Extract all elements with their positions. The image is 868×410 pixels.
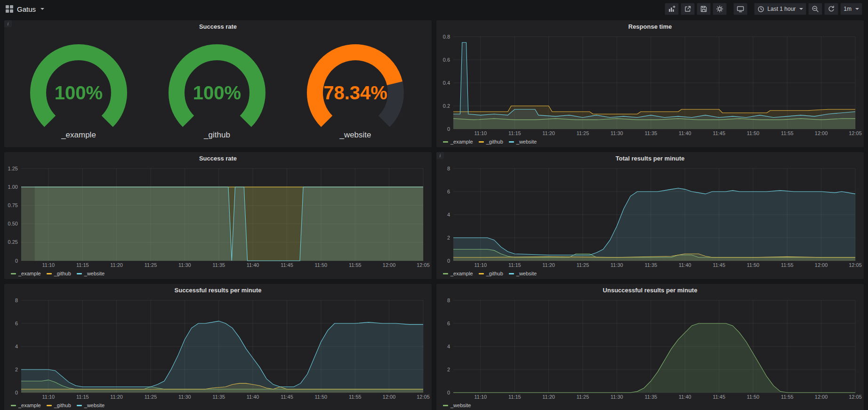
x-tick-label: 12:00	[383, 262, 396, 268]
x-tick-label: 11:55	[781, 262, 794, 268]
panel-response-time: Response time 00.20.40.60.811:1011:1511:…	[436, 20, 864, 148]
gear-icon	[716, 5, 723, 13]
y-tick-label: 8	[15, 297, 18, 303]
add-panel-button[interactable]	[665, 3, 679, 15]
series-fill-_website	[453, 323, 855, 393]
legend-item-_example[interactable]: _example	[11, 402, 41, 408]
legend-item-_github[interactable]: _github	[47, 402, 71, 408]
x-tick-label: 12:05	[849, 394, 862, 400]
legend-swatch	[47, 405, 52, 406]
legend-label: _github	[486, 271, 503, 276]
refresh-interval-label: 1m	[844, 6, 852, 12]
response-time-chart[interactable]: 00.20.40.60.811:1011:1511:2011:2511:3011…	[438, 33, 860, 137]
panel-info-icon[interactable]: i	[436, 152, 444, 159]
dashboard-title[interactable]: Gatus	[17, 5, 36, 13]
dashboard-settings-button[interactable]	[713, 3, 727, 15]
chevron-down-icon	[799, 8, 803, 10]
chart-legend: _example_github_website	[438, 137, 860, 146]
panel-title[interactable]: Unsuccessful results per minute	[436, 284, 864, 297]
x-tick-label: 11:30	[611, 262, 623, 268]
x-tick-label: 11:25	[145, 394, 157, 400]
monitor-icon	[737, 5, 744, 13]
legend-item-_website[interactable]: _website	[443, 402, 471, 408]
chart-plot[interactable]: 0246811:1011:1511:2011:2511:3011:3511:40…	[6, 297, 428, 401]
x-tick-label: 12:05	[417, 394, 430, 400]
success-rate-chart[interactable]: 00.250.500.751.001.2511:1011:1511:2011:2…	[6, 165, 428, 269]
x-tick-label: 11:20	[110, 394, 123, 400]
refresh-button[interactable]	[824, 3, 838, 15]
y-tick-label: 4	[447, 344, 450, 349]
total-results-chart[interactable]: 0246811:1011:1511:2011:2511:3011:3511:40…	[438, 165, 860, 269]
panel-success-rate-graph: Success rate 00.250.500.751.001.2511:101…	[4, 152, 432, 280]
legend-item-_website[interactable]: _website	[509, 271, 537, 276]
panel-title[interactable]: Total results per minute	[436, 152, 864, 165]
x-tick-label: 11:35	[212, 394, 225, 400]
chart-legend: _example_github_website	[6, 401, 428, 410]
gauge-title: _website	[339, 130, 371, 140]
legend-item-_example[interactable]: _example	[443, 139, 473, 145]
x-tick-label: 12:00	[815, 262, 828, 268]
legend-item-_github[interactable]: _github	[479, 139, 503, 145]
apps-grid-icon[interactable]	[6, 5, 13, 13]
legend-label: _website	[450, 402, 471, 408]
x-tick-label: 11:25	[145, 262, 157, 268]
zoom-out-button[interactable]	[808, 3, 822, 15]
save-dashboard-button[interactable]	[697, 3, 711, 15]
successful-results-chart[interactable]: 0246811:1011:1511:2011:2511:3011:3511:40…	[6, 297, 428, 401]
panel-title[interactable]: Success rate	[4, 20, 432, 33]
x-tick-label: 11:55	[349, 262, 362, 268]
zoom-out-icon	[812, 5, 819, 13]
share-dashboard-button[interactable]	[681, 3, 695, 15]
y-tick-label: 6	[447, 189, 450, 194]
x-tick-label: 11:15	[508, 130, 521, 136]
legend-item-_github[interactable]: _github	[479, 271, 503, 276]
x-tick-label: 12:05	[849, 262, 862, 268]
y-tick-label: 0.4	[443, 80, 450, 86]
unsuccessful-results-chart[interactable]: 0246811:1011:1511:2011:2511:3011:3511:40…	[438, 297, 860, 401]
legend-swatch	[443, 405, 448, 406]
panel-title[interactable]: Response time	[436, 20, 864, 33]
panel-info-icon[interactable]: i	[4, 20, 12, 27]
y-tick-label: 4	[447, 212, 450, 217]
tv-mode-button[interactable]	[733, 3, 747, 15]
chart-plot[interactable]: 0246811:1011:1511:2011:2511:3011:3511:40…	[438, 165, 860, 269]
x-tick-label: 11:45	[713, 130, 725, 136]
legend-item-_example[interactable]: _example	[443, 271, 473, 276]
series-fill-_website	[21, 187, 423, 261]
x-tick-label: 11:15	[508, 394, 521, 400]
chart-plot[interactable]: 00.20.40.60.811:1011:1511:2011:2511:3011…	[438, 33, 860, 137]
legend-item-_github[interactable]: _github	[47, 271, 71, 276]
x-tick-label: 11:10	[42, 262, 55, 268]
legend-item-_website[interactable]: _website	[509, 139, 537, 145]
x-tick-label: 11:50	[747, 130, 760, 136]
legend-label: _website	[516, 271, 537, 276]
gauge-row: 100%_example100%_github78.34%_website	[4, 33, 432, 147]
x-tick-label: 11:15	[508, 262, 521, 268]
x-tick-label: 11:40	[247, 262, 259, 268]
legend-item-_website[interactable]: _website	[77, 271, 104, 276]
x-tick-label: 11:45	[281, 394, 293, 400]
x-tick-label: 11:30	[611, 394, 623, 400]
y-tick-label: 2	[447, 235, 450, 241]
panel-title[interactable]: Successful results per minute	[4, 284, 432, 297]
refresh-interval-picker[interactable]: 1m	[840, 3, 862, 15]
legend-swatch	[479, 273, 484, 274]
legend-item-_website[interactable]: _website	[77, 402, 104, 408]
panel-title[interactable]: Success rate	[4, 152, 432, 165]
x-tick-label: 11:20	[110, 262, 123, 268]
share-icon	[684, 5, 691, 13]
x-tick-label: 11:50	[315, 394, 328, 400]
y-tick-label: 0	[447, 126, 450, 132]
gauge-arc: 100%	[151, 40, 283, 134]
chart-plot[interactable]: 00.250.500.751.001.2511:1011:1511:2011:2…	[6, 165, 428, 269]
chart-plot[interactable]: 0246811:1011:1511:2011:2511:3011:3511:40…	[438, 297, 860, 401]
y-tick-label: 4	[15, 344, 18, 349]
x-tick-label: 11:20	[542, 130, 555, 136]
chevron-down-icon[interactable]	[40, 8, 44, 10]
legend-label: _example	[450, 271, 473, 276]
time-range-picker[interactable]: Last 1 hour	[754, 3, 806, 15]
legend-item-_example[interactable]: _example	[11, 271, 41, 276]
y-tick-label: 0.6	[443, 57, 450, 63]
series-fill-_website	[21, 321, 423, 393]
clock-icon	[757, 6, 764, 13]
